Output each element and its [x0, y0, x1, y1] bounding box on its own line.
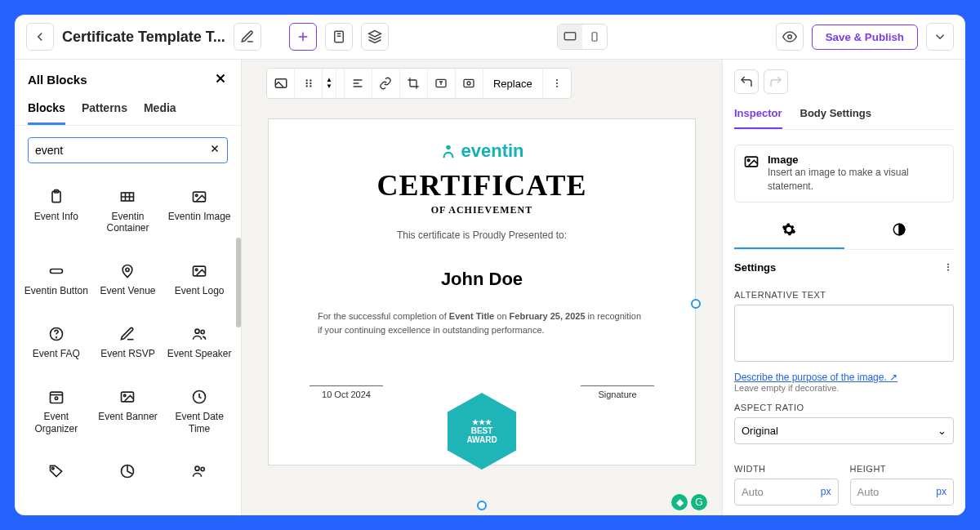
- settings-tabs: [734, 214, 954, 250]
- alt-hint: Leave empty if decorative.: [734, 383, 954, 393]
- image-icon: [190, 188, 208, 206]
- tab-media[interactable]: Media: [144, 93, 176, 125]
- undo-button[interactable]: [734, 69, 759, 94]
- presented-line: This certificate is Proudly Presented to…: [310, 229, 654, 241]
- svg-point-39: [310, 79, 311, 81]
- alt-text-input[interactable]: [734, 305, 954, 362]
- block-event-faq[interactable]: Event FAQ: [23, 320, 90, 378]
- settings-more-button[interactable]: [942, 261, 954, 275]
- svg-point-59: [947, 269, 949, 270]
- help-icon: [47, 325, 65, 343]
- block-item[interactable]: [95, 457, 162, 504]
- resize-handle-right[interactable]: [691, 299, 701, 309]
- settings-section-label: Settings: [734, 261, 776, 275]
- certificate-heading: CERTIFICATE: [310, 168, 654, 203]
- width-input[interactable]: Autopx: [734, 479, 839, 506]
- brand-logo: eventin: [310, 140, 654, 162]
- document-overview-button[interactable]: [325, 23, 353, 51]
- svg-point-53: [447, 145, 452, 150]
- svg-point-52: [556, 86, 558, 87]
- close-inserter-button[interactable]: [213, 71, 228, 88]
- more-options-button[interactable]: [543, 69, 571, 98]
- desktop-view-button[interactable]: [558, 24, 582, 49]
- drag-handle[interactable]: [295, 69, 323, 98]
- block-item[interactable]: [166, 457, 233, 504]
- back-button[interactable]: [26, 23, 54, 51]
- inserter-tabs: Blocks Patterns Media: [15, 93, 241, 126]
- text-overlay-button[interactable]: [428, 69, 456, 98]
- topbar: Certificate Template T... Save & Publish: [15, 15, 965, 60]
- svg-point-49: [467, 82, 470, 85]
- block-event-venue[interactable]: Event Venue: [95, 257, 162, 315]
- status-badge-icon[interactable]: ◆: [671, 494, 688, 510]
- block-event-speaker[interactable]: Event Speaker: [166, 320, 233, 378]
- svg-rect-5: [592, 33, 597, 42]
- align-button[interactable]: [345, 69, 372, 98]
- svg-point-25: [195, 329, 199, 333]
- save-publish-button[interactable]: Save & Publish: [812, 24, 918, 50]
- tab-patterns[interactable]: Patterns: [82, 93, 127, 125]
- svg-point-29: [55, 397, 57, 399]
- edit-title-button[interactable]: [234, 23, 261, 51]
- block-eventin-container[interactable]: Eventin Container: [95, 183, 162, 252]
- svg-rect-48: [464, 79, 474, 87]
- grid-icon: [118, 188, 136, 206]
- clear-search-button[interactable]: [209, 143, 220, 158]
- crop-button[interactable]: [400, 69, 428, 98]
- block-name: Image: [768, 154, 945, 166]
- tab-blocks[interactable]: Blocks: [28, 93, 65, 125]
- tab-inspector[interactable]: Inspector: [734, 102, 782, 129]
- image-icon: [118, 388, 136, 406]
- block-event-datetime[interactable]: Event Date Time: [166, 383, 233, 452]
- certificate-preview[interactable]: eventin CERTIFICATE OF ACHIEVEMENT This …: [268, 118, 696, 465]
- block-eventin-image[interactable]: Eventin Image: [166, 183, 233, 252]
- block-item[interactable]: [23, 457, 90, 504]
- svg-point-57: [947, 263, 949, 265]
- resize-handle-bottom[interactable]: [477, 501, 487, 510]
- settings-tab-button[interactable]: [734, 214, 844, 249]
- svg-point-40: [305, 82, 307, 84]
- clipboard-icon: [47, 188, 65, 206]
- aspect-ratio-label: ASPECT RATIO: [734, 403, 954, 412]
- redo-button[interactable]: [764, 69, 788, 94]
- alt-help-link[interactable]: Describe the purpose of the image. ↗: [734, 372, 898, 383]
- svg-point-20: [126, 269, 129, 272]
- block-event-logo[interactable]: Event Logo: [166, 257, 233, 315]
- aspect-ratio-select[interactable]: Original ⌄: [734, 417, 954, 444]
- block-summary: Image Insert an image to make a visual s…: [734, 145, 954, 203]
- grammarly-icon[interactable]: G: [691, 494, 707, 510]
- block-search-input[interactable]: [28, 137, 228, 163]
- svg-point-50: [556, 79, 558, 81]
- duotone-button[interactable]: [456, 69, 483, 98]
- block-type-button[interactable]: [267, 69, 295, 98]
- replace-button[interactable]: Replace: [483, 69, 543, 98]
- tab-body-settings[interactable]: Body Settings: [800, 102, 871, 129]
- svg-point-26: [201, 331, 204, 334]
- styles-tab-button[interactable]: [844, 214, 955, 249]
- certificate-subheading: OF ACHIEVEMENT: [310, 204, 654, 216]
- move-block[interactable]: ▲▼: [323, 69, 336, 98]
- save-options-dropdown[interactable]: [926, 23, 954, 51]
- svg-rect-4: [564, 33, 576, 40]
- add-block-button[interactable]: [289, 23, 317, 51]
- svg-point-36: [201, 468, 204, 471]
- footer-signature: Signature: [581, 385, 654, 399]
- block-event-banner[interactable]: Event Banner: [95, 383, 162, 452]
- main-area: All Blocks Blocks Patterns Media Event I…: [15, 60, 965, 515]
- layers-button[interactable]: [361, 23, 389, 51]
- link-button[interactable]: [372, 69, 400, 98]
- preview-button[interactable]: [776, 23, 804, 51]
- scrollbar[interactable]: [236, 238, 241, 327]
- search-field[interactable]: [35, 144, 209, 157]
- recipient-name: John Doe: [310, 269, 654, 290]
- pin-icon: [118, 262, 136, 280]
- editor-canvas[interactable]: ▲▼ Replace eventin CERTIFICATE OF ACHIEV…: [242, 60, 722, 515]
- block-event-organizer[interactable]: Event Organizer: [23, 383, 90, 452]
- image-icon: [743, 154, 760, 172]
- mobile-view-button[interactable]: [582, 24, 607, 49]
- height-input[interactable]: Autopx: [850, 479, 955, 506]
- inspector-panel: Inspector Body Settings Image Insert an …: [722, 60, 965, 515]
- block-eventin-button[interactable]: Eventin Button: [23, 257, 90, 315]
- block-event-info[interactable]: Event Info: [23, 183, 90, 252]
- block-event-rsvp[interactable]: Event RSVP: [95, 320, 162, 378]
